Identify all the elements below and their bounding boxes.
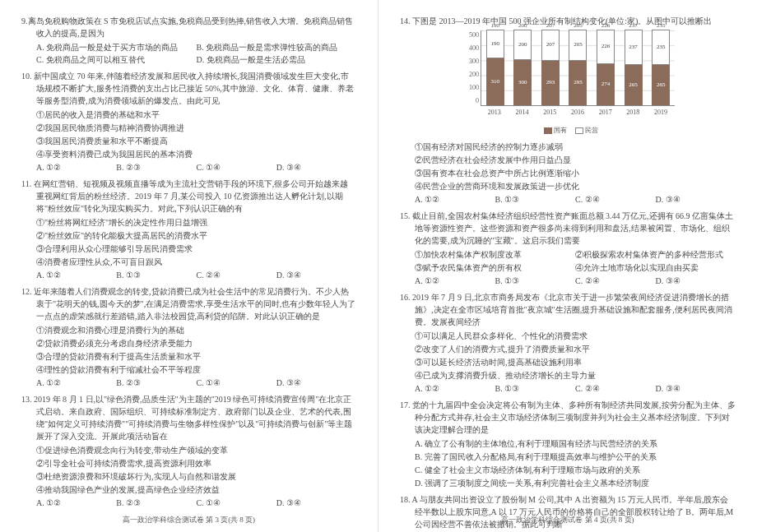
statement-list: ①国有经济对国民经济的控制力逐步减弱 ②民营经济在社会经济发展中作用日益凸显 ③… (400, 141, 736, 192)
question-text: 16. 2019 年 7 月 9 日,北京市商务局发布《北京市关于进一步繁荣夜间… (400, 291, 736, 328)
option-a: A. ①② (36, 377, 116, 389)
segment-state: 293 (541, 61, 560, 105)
statement: ①促进绿色消费观念向行为转变,带动生产领域的变革 (36, 444, 356, 456)
option-grid: A. ①② B. ①③ C. ②④ D. ③④ (400, 382, 736, 395)
bar-2018: 237265237 (625, 30, 643, 105)
question-text: 9.离岛免税购物政策在 S 市免税店试点实施,免税商品受到热捧,销售收入大增。免… (21, 15, 356, 39)
statement: ①国有经济对国民经济的控制力逐步减弱 (415, 141, 736, 153)
x-tick: 2017 (599, 108, 612, 118)
statement: ③赋予农民集体资产的所有权 (415, 261, 575, 274)
segment-private: 200 (513, 30, 532, 60)
bar-2017: 226274226 (597, 30, 615, 105)
segment-state: 295 (569, 61, 587, 105)
option-b: B. ②③ (116, 377, 196, 389)
question-text: 13. 2019 年 8 月 1 日,以"绿色消费,品质生活"为主题的"2019… (21, 393, 356, 442)
segment-state: 300 (513, 60, 532, 105)
option-b: B. ①③ (116, 269, 196, 281)
bar-2014: 200300200 (513, 30, 532, 105)
question-9: 9.离岛免税购物政策在 S 市免税店试点实施,免税商品受到热捧,销售收入大增。免… (21, 15, 356, 66)
bar-total-label: 235 (652, 21, 670, 30)
option-b: B. 免税商品一般是需求弹性较高的商品 (197, 41, 357, 53)
y-tick: 0 (461, 96, 479, 106)
question-14: 14. 下图是 2013—2019 年中国 500 强企业所有制结构变化(单位:… (400, 15, 736, 206)
option-b: B. ①③ (495, 193, 576, 206)
option-c: C. ②④ (575, 193, 656, 206)
statement-list: ①居民的收入是消费的基础和水平 ②我国居民物质消费与精神消费协调推进 ③我国居民… (21, 109, 356, 160)
option-d: D. 强调了三项制度之间统一关系,有利完善社会主义基本经济制度 (415, 477, 736, 489)
option-list: A. 确立了公有制的主体地位,有利于理顺国有经济与民营经济的关系 B. 完善了国… (400, 437, 736, 489)
question-text: 12. 近年来随着人们消费观念的转变,贷款消费已成为社会生活中的常见消费行为。不… (21, 285, 356, 322)
statement: ①居民的收入是消费的基础和水平 (36, 109, 356, 121)
question-13: 13. 2019 年 8 月 1 日,以"绿色消费,品质生活"为主题的"2019… (21, 393, 356, 509)
segment-state: 265 (652, 65, 670, 105)
chart-legend: 国有 民营 (400, 126, 736, 136)
segment-state: 310 (486, 58, 504, 105)
option-c: C. ①④ (197, 377, 276, 389)
option-grid: A. ①② B. ①③ C. ②④ D. ③④ (400, 193, 736, 206)
option-b: B. ①③ (495, 382, 576, 395)
option-grid: A. ①② B. ②③ C. ①④ D. ③④ (21, 497, 356, 509)
y-tick: 300 (461, 57, 479, 67)
option-c: C. ②④ (575, 382, 656, 395)
x-tick: 2016 (571, 108, 584, 118)
question-text: 14. 下图是 2013—2019 年中国 500 强企业所有制结构变化(单位:… (400, 15, 736, 27)
y-tick: 500 (461, 30, 479, 40)
legend-swatch-state (544, 127, 552, 134)
ownership-structure-chart: 500 400 300 200 100 0 190310190200300200… (400, 30, 736, 136)
statement: ④民营企业的营商环境和发展政策进一步优化 (415, 180, 736, 192)
bar-2016: 205295205 (569, 30, 587, 105)
option-d: D. ③④ (276, 377, 356, 389)
page-footer: 高一政治学科综合测试卷 第 4 页(共 8 页) (400, 515, 736, 526)
y-tick: 400 (461, 44, 479, 53)
statement: ④消费者应理性从众,不可盲目跟风 (36, 256, 356, 268)
bar-total-label: 200 (513, 21, 532, 30)
question-12: 12. 近年来随着人们消费观念的转变,贷款消费已成为社会生活中的常见消费行为。不… (21, 285, 356, 389)
statement: ②"粉丝效应"的转化能极大提高居民的消费水平 (36, 229, 356, 242)
statement: ②改变了人们的消费方式,提升了消费质量和水平 (415, 343, 736, 355)
option-grid: A. ①② B. ①③ C. ②④ D. ③④ (21, 269, 356, 281)
statement: ③合理的贷款消费有利于提高生活质量和水平 (36, 350, 356, 363)
y-tick: 100 (461, 83, 479, 93)
legend-label: 国有 (554, 127, 567, 134)
statement: ②积极探索农村集体资产的多种经营形式 (575, 248, 736, 261)
exam-page-4: 14. 下图是 2013—2019 年中国 500 强企业所有制结构变化(单位:… (378, 0, 757, 532)
option-d: D. ③④ (276, 497, 356, 509)
option-a: A. ①② (36, 497, 116, 509)
x-tick: 2013 (488, 108, 501, 118)
bar-2015: 207293207 (541, 30, 560, 105)
option-c: C. ①④ (197, 497, 276, 509)
statement: ④理性的贷款消费有利于缩减社会不平等程度 (36, 363, 356, 376)
statement: ①加快农村集体产权制度改革 (415, 248, 575, 261)
statement-list: ①促进绿色消费观念向行为转变,带动生产领域的变革 ②引导全社会可持续消费需求,提… (21, 444, 356, 496)
bar-total-label: 237 (625, 21, 643, 30)
option-a: A. 免税商品一般是处于买方市场的商品 (36, 41, 197, 53)
statement: ④推动我国绿色产业的发展,提高绿色企业经济效益 (36, 483, 356, 496)
x-tick: 2015 (543, 108, 556, 118)
option-d: D. ③④ (656, 193, 736, 206)
bar-2013: 190310190 (486, 30, 504, 105)
question-15: 15. 截止目前,全国农村集体经济组织经营性资产账面总额 3.44 万亿元,还拥… (400, 210, 736, 287)
statement: ③我国居民消费质量和水平不断提高 (36, 135, 356, 147)
statement: ②我国居民物质消费与精神消费协调推进 (36, 122, 356, 134)
option-c: C. 健全了社会主义市场经济体制,有利于理顺市场与政府的关系 (415, 464, 736, 476)
statement-list: ①"粉丝将网红经济"增长的决定性作用日益增强 ②"粉丝效应"的转化能极大提高居民… (21, 216, 356, 268)
page-footer: 高一政治学科综合测试卷 第 3 页(共 8 页) (21, 515, 356, 526)
x-tick: 2018 (626, 108, 639, 118)
statement: ①可以满足人民群众多样化、个性化的消费需求 (415, 330, 736, 342)
statement: ④允许土地市场化以实现自由买卖 (575, 261, 736, 274)
segment-state: 274 (597, 64, 615, 105)
option-a: A. ①② (415, 193, 495, 206)
option-c: C. ①④ (197, 161, 276, 173)
statement: ③可以延长经济活动时间,提高基础设施利用率 (415, 356, 736, 368)
bar-total-label: 226 (597, 21, 615, 30)
segment-private: 235 (652, 30, 670, 65)
segment-state: 265 (625, 65, 643, 105)
option-d: D. ③④ (276, 269, 356, 281)
legend-swatch-private (575, 127, 583, 134)
statement: ②引导全社会可持续消费需求,提高资源利用效率 (36, 457, 356, 470)
question-18: 18. A 与朋友共同出资设立了股份制 M 公司,其中 A 出资额为 15 万元… (400, 493, 736, 532)
question-11: 11. 在网红营销、短视频及视频直播等成为主流社交营销手段的环境下,很多公司开始… (21, 178, 356, 281)
segment-private: 237 (625, 30, 643, 66)
x-tick: 2019 (654, 108, 667, 118)
bar-total-label: 190 (486, 21, 504, 30)
